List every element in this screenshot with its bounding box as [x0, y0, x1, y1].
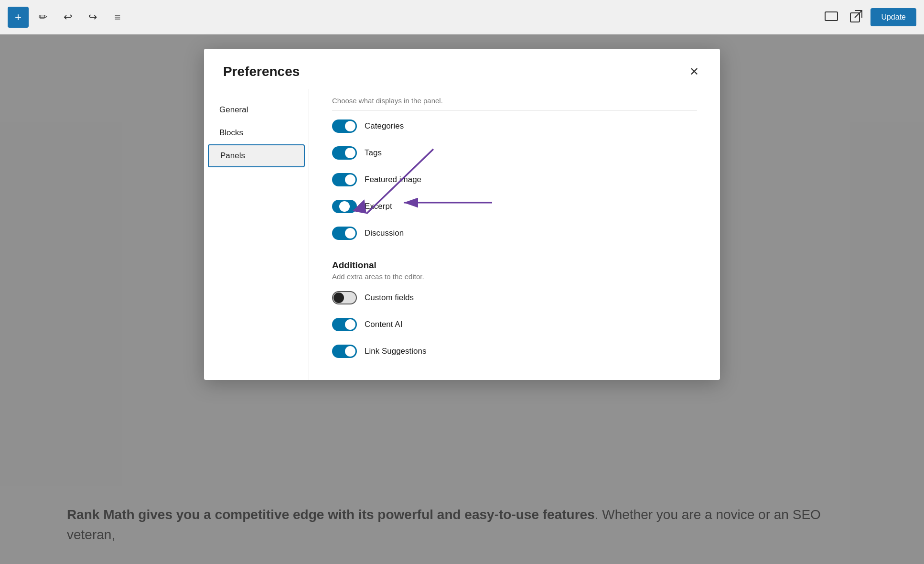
- add-block-button[interactable]: +: [8, 7, 29, 28]
- toggle-knob: [345, 319, 355, 330]
- sidebar-item-panels[interactable]: Panels: [208, 144, 305, 167]
- additional-title: Additional: [332, 260, 697, 271]
- link-suggestions-label: Link Suggestions: [365, 347, 426, 356]
- toggle-knob: [345, 121, 355, 131]
- tags-label: Tags: [365, 148, 382, 158]
- svg-rect-0: [825, 12, 838, 21]
- modal-body: General Blocks Panels Choose what displa…: [204, 89, 720, 380]
- toggle-knob: [333, 293, 344, 303]
- list-view-button[interactable]: ≡: [107, 7, 128, 28]
- redo-icon: ↪: [88, 11, 97, 23]
- sidebar-item-general[interactable]: General: [204, 98, 309, 121]
- toggle-knob: [345, 148, 355, 158]
- preview-button[interactable]: [821, 7, 842, 28]
- categories-toggle-row: Categories: [332, 113, 697, 140]
- plus-icon: +: [15, 11, 21, 24]
- redo-button[interactable]: ↪: [82, 7, 103, 28]
- custom-fields-toggle[interactable]: [332, 291, 357, 304]
- modal-sidebar: General Blocks Panels: [204, 89, 309, 380]
- modal-content: Choose what displays in the panel. Categ…: [309, 89, 720, 380]
- undo-button[interactable]: ↩: [57, 7, 78, 28]
- excerpt-toggle[interactable]: [332, 200, 357, 213]
- custom-fields-label: Custom fields: [365, 293, 414, 303]
- link-suggestions-toggle-row: Link Suggestions: [332, 338, 697, 365]
- categories-toggle[interactable]: [332, 119, 357, 133]
- sidebar-item-blocks[interactable]: Blocks: [204, 121, 309, 144]
- modal-header: Preferences ✕: [204, 49, 720, 89]
- preview-icon: [825, 11, 838, 23]
- excerpt-arrow: [399, 189, 494, 218]
- excerpt-toggle-row: Excerpt: [332, 193, 697, 220]
- content-ai-toggle-row: Content AI: [332, 311, 697, 338]
- toolbar-right: Update: [821, 7, 916, 28]
- modal-title: Preferences: [223, 64, 300, 79]
- additional-section: Additional Add extra areas to the editor…: [332, 260, 697, 365]
- preferences-modal: Preferences ✕ General Blocks Panels Choo…: [204, 49, 720, 380]
- external-link-icon: [850, 10, 862, 25]
- featured-image-toggle[interactable]: [332, 173, 357, 186]
- link-suggestions-toggle[interactable]: [332, 345, 357, 358]
- toolbar: + ✏ ↩ ↪ ≡ Update: [0, 0, 924, 34]
- excerpt-label: Excerpt: [365, 202, 392, 211]
- toggle-knob: [345, 174, 355, 185]
- list-icon: ≡: [115, 11, 121, 23]
- additional-desc: Add extra areas to the editor.: [332, 272, 697, 281]
- toggle-knob: [345, 346, 355, 357]
- toggle-knob: [339, 201, 350, 212]
- panels-section-header: Choose what displays in the panel.: [332, 89, 697, 111]
- undo-icon: ↩: [64, 11, 72, 23]
- discussion-toggle[interactable]: [332, 227, 357, 240]
- discussion-label: Discussion: [365, 228, 404, 238]
- content-ai-toggle[interactable]: [332, 318, 357, 331]
- tags-toggle[interactable]: [332, 146, 357, 160]
- featured-image-label: Featured image: [365, 175, 421, 184]
- close-button[interactable]: ✕: [688, 64, 701, 79]
- tags-toggle-row: Tags: [332, 140, 697, 166]
- external-link-button[interactable]: [846, 7, 867, 28]
- modal-overlay: Preferences ✕ General Blocks Panels Choo…: [0, 34, 924, 564]
- categories-label: Categories: [365, 121, 404, 131]
- toggle-knob: [345, 228, 355, 239]
- discussion-toggle-row: Discussion: [332, 220, 697, 247]
- featured-image-toggle-row: Featured image: [332, 166, 697, 193]
- update-button[interactable]: Update: [870, 8, 916, 26]
- edit-button[interactable]: ✏: [32, 7, 54, 28]
- pencil-icon: ✏: [39, 11, 47, 23]
- custom-fields-toggle-row: Custom fields: [332, 284, 697, 311]
- content-ai-label: Content AI: [365, 320, 402, 329]
